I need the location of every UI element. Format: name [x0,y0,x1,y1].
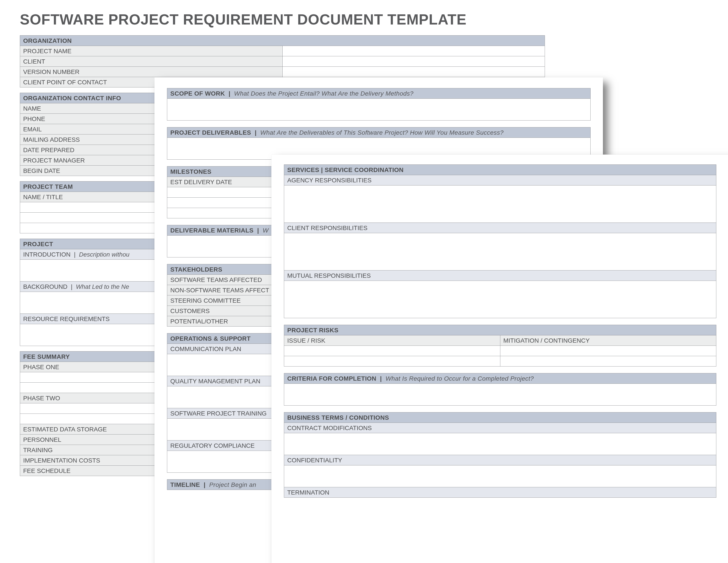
label-term-0: CONTRACT MODIFICATIONS [284,423,716,433]
label-term-1: CONFIDENTIALITY [284,455,716,465]
value-cell[interactable] [284,465,716,487]
section-organization: ORGANIZATION [20,36,545,46]
value-cell[interactable] [284,185,716,223]
label-org-0: PROJECT NAME [20,46,283,56]
value-cell[interactable] [284,384,716,406]
section-criteria: CRITERIA FOR COMPLETION | What Is Requir… [284,373,716,384]
label-serv-0: AGENCY RESPONSIBILITIES [284,175,716,185]
page-title: SOFTWARE PROJECT REQUIREMENT DOCUMENT TE… [20,11,467,28]
value-cell[interactable] [282,56,545,67]
value-cell[interactable] [284,281,716,318]
value-cell[interactable] [500,356,716,367]
page3-table: SERVICES | SERVICE COORDINATION AGENCY R… [284,164,716,498]
label-risk-c1: ISSUE / RISK [284,336,500,346]
value-cell[interactable] [284,233,716,270]
label-org-2: VERSION NUMBER [20,67,283,77]
value-cell[interactable] [284,346,500,356]
section-risks: PROJECT RISKS [284,325,716,336]
label-serv-1: CLIENT RESPONSIBILITIES [284,223,716,233]
section-services: SERVICES | SERVICE COORDINATION [284,165,716,175]
section-deliverables: PROJECT DELIVERABLES | What Are the Deli… [167,127,591,138]
value-cell[interactable] [282,46,545,56]
label-serv-2: MUTUAL RESPONSIBILITIES [284,270,716,281]
value-cell[interactable] [282,67,545,77]
label-term-2: TERMINATION [284,487,716,498]
value-cell[interactable] [284,433,716,455]
label-org-1: CLIENT [20,56,283,67]
value-cell[interactable] [284,356,500,367]
label-risk-c2: MITIGATION / CONTINGENCY [500,336,716,346]
section-scope: SCOPE OF WORK | What Does the Project En… [167,88,591,99]
value-cell[interactable] [167,99,591,120]
section-terms: BUSINESS TERMS / CONDITIONS [284,413,716,423]
value-cell[interactable] [500,346,716,356]
panel-page-3: SERVICES | SERVICE COORDINATION AGENCY R… [271,154,728,563]
